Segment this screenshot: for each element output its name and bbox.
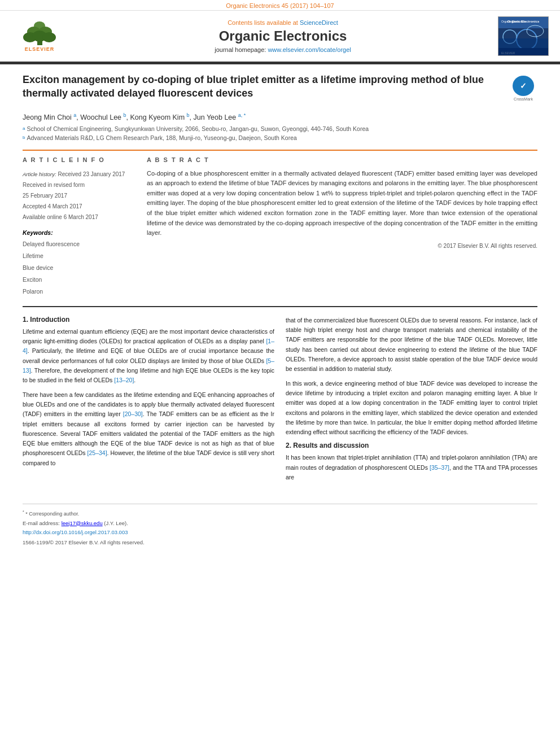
- svg-rect-8: [498, 17, 549, 56]
- received-revised-label: Received in revised form: [23, 182, 85, 188]
- top-bar: Organic Electronics 45 (2017) 104–107: [0, 0, 560, 11]
- aff-sup-b: b: [23, 134, 25, 141]
- author-lee-j: Jun Yeob Lee a, *: [194, 113, 246, 121]
- footer-email-line: E-mail address: leej17@skku.edu (J.Y. Le…: [23, 519, 537, 528]
- crossmark-badge: ✓ CrossMark: [509, 76, 537, 101]
- body-separator: [23, 306, 537, 307]
- email-label: E-mail address:: [23, 520, 60, 526]
- right-para-1: that of the commercialized blue fluoresc…: [286, 316, 537, 374]
- intro-para-1: Lifetime and external quantum efficiency…: [23, 327, 274, 386]
- elsevier-logo: ELSEVIER: [11, 21, 68, 52]
- page-footer: * * Corresponding author. E-mail address…: [23, 504, 537, 550]
- keywords-section: Keywords: Delayed fluorescence Lifetime …: [23, 229, 135, 298]
- intro-para-2: There have been a few candidates as the …: [23, 390, 274, 469]
- ref-35-37[interactable]: [35–37]: [430, 464, 449, 471]
- keywords-title: Keywords:: [23, 229, 135, 236]
- results-heading: 2. Results and discussion: [286, 442, 537, 449]
- abstract-section: A B S T R A C T Co-doping of a blue phos…: [147, 156, 537, 298]
- email-name: (J.Y. Lee).: [104, 520, 128, 526]
- svg-text:ELSEVIER: ELSEVIER: [501, 51, 515, 55]
- aff-text-a: School of Chemical Engineering, Sungkyun…: [27, 125, 369, 134]
- email-link[interactable]: leej17@skku.edu: [62, 520, 103, 526]
- received-revised-date: 25 February 2017: [23, 193, 67, 199]
- article-info-abstract: A R T I C L E I N F O Article history: R…: [23, 150, 537, 298]
- scidir-text: Contents lists available at ScienceDirec…: [73, 19, 492, 26]
- footer-corr-sup: *: [23, 510, 24, 514]
- main-content: Exciton management by co-doping of blue …: [0, 64, 560, 495]
- abstract-text: Co-doping of a blue phosphorescent emitt…: [147, 169, 537, 238]
- ref-13-20[interactable]: [13–20]: [114, 377, 134, 383]
- author-choi: Jeong Min Choi a: [23, 113, 76, 121]
- crossmark-svg: ✓: [517, 79, 530, 93]
- intro-heading: 1. Introduction: [23, 316, 274, 324]
- keyword-lifetime: Lifetime: [23, 250, 135, 262]
- homepage-link[interactable]: www.elsevier.com/locate/orgel: [268, 46, 351, 53]
- footer-doi-line: http://dx.doi.org/10.1016/j.orgel.2017.0…: [23, 528, 537, 537]
- author-lee-w: Woochul Lee b: [80, 113, 126, 121]
- journal-citation: Organic Electronics 45 (2017) 104–107: [226, 2, 334, 9]
- article-info: A R T I C L E I N F O Article history: R…: [23, 156, 135, 298]
- svg-rect-14: [498, 48, 549, 56]
- ref-5-13[interactable]: [5–13]: [23, 357, 274, 374]
- keyword-delayed-fluorescence: Delayed fluorescence: [23, 238, 135, 250]
- journal-cover-container: Organic Electronics ELSEVIER: [492, 16, 549, 56]
- svg-text:✓: ✓: [520, 81, 527, 90]
- footer-issn: 1566-1199/© 2017 Elsevier B.V. All right…: [23, 538, 537, 547]
- abstract-copyright: © 2017 Elsevier B.V. All rights reserved…: [147, 243, 537, 249]
- received-date: Received 23 January 2017: [58, 171, 125, 177]
- keyword-blue-device: Blue device: [23, 262, 135, 274]
- elsevier-logo-container: ELSEVIER: [11, 21, 73, 52]
- journal-header: ELSEVIER Contents lists available at Sci…: [0, 11, 560, 63]
- article-info-heading: A R T I C L E I N F O: [23, 156, 135, 163]
- journal-center-info: Contents lists available at ScienceDirec…: [73, 19, 492, 53]
- article-history: Article history: Received 23 January 201…: [23, 169, 135, 222]
- right-para-2: In this work, a device engineering metho…: [286, 379, 537, 438]
- svg-text:Organic Electronics: Organic Electronics: [501, 20, 526, 23]
- affiliation-b: b Advanced Materials R&D, LG Chem Resear…: [23, 134, 537, 143]
- doi-link[interactable]: http://dx.doi.org/10.1016/j.orgel.2017.0…: [23, 529, 128, 535]
- svg-rect-9: [498, 17, 549, 28]
- journal-cover-image: Organic Electronics ELSEVIER: [498, 16, 549, 56]
- author-kim: Kong Kyeom Kim b: [130, 113, 189, 121]
- corresponding-author: * * Corresponding author.: [23, 509, 537, 518]
- journal-homepage: journal homepage: www.elsevier.com/locat…: [73, 46, 492, 53]
- keywords-list: Delayed fluorescence Lifetime Blue devic…: [23, 238, 135, 298]
- authors: Jeong Min Choi a, Woochul Lee b, Kong Ky…: [23, 112, 537, 121]
- svg-rect-7: [37, 41, 42, 45]
- keyword-polaron: Polaron: [23, 286, 135, 298]
- aff-text-b: Advanced Materials R&D, LG Chem Research…: [27, 134, 296, 143]
- results-para-1: It has been known that triplet-triplet a…: [286, 453, 537, 482]
- keyword-exciton: Exciton: [23, 274, 135, 286]
- available-online-date: Available online 6 March 2017: [23, 214, 98, 220]
- affiliation-a: a School of Chemical Engineering, Sungky…: [23, 125, 537, 134]
- article-title-section: Exciton management by co-doping of blue …: [23, 73, 537, 106]
- body-content: 1. Introduction Lifetime and external qu…: [23, 316, 537, 487]
- cover-graphic: Organic Electronics ELSEVIER: [498, 17, 549, 56]
- aff-sup-a: a: [23, 125, 25, 132]
- elsevier-wordmark: ELSEVIER: [25, 46, 55, 52]
- corr-label: * Corresponding author.: [25, 511, 79, 517]
- crossmark-icon: ✓: [513, 76, 534, 96]
- accepted-date: Accepted 4 March 2017: [23, 203, 82, 209]
- article-title: Exciton management by co-doping of blue …: [23, 73, 501, 101]
- ref-1-4[interactable]: [1–4]: [23, 338, 274, 354]
- ref-25-34[interactable]: [25–34]: [88, 449, 107, 456]
- history-heading: Article history:: [23, 171, 56, 177]
- body-left-column: 1. Introduction Lifetime and external qu…: [23, 316, 274, 487]
- affiliations: a School of Chemical Engineering, Sungky…: [23, 125, 537, 143]
- svg-point-6: [42, 32, 56, 42]
- scidir-link[interactable]: ScienceDirect: [300, 19, 338, 26]
- body-right-column: that of the commercialized blue fluoresc…: [286, 316, 537, 487]
- elsevier-tree-icon: [21, 21, 58, 45]
- crossmark-label: CrossMark: [514, 97, 533, 101]
- ref-20-30[interactable]: [20–30]: [123, 410, 143, 417]
- journal-title: Organic Electronics: [73, 28, 492, 44]
- abstract-heading: A B S T R A C T: [147, 156, 537, 163]
